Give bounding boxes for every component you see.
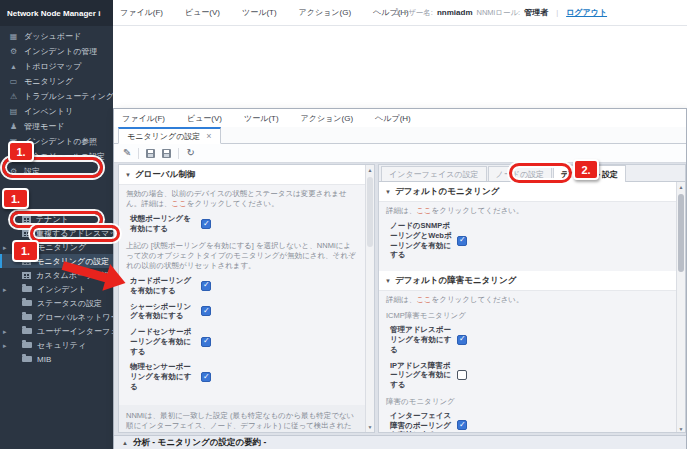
user-name: nnmiadm (437, 8, 473, 17)
annotation-step1-label: 1. (12, 240, 39, 262)
menu-file[interactable]: ファイル(F) (122, 113, 165, 124)
sidebar-item-troubleshooting[interactable]: トラブルシューティング (0, 89, 113, 104)
snmp-web-polling-checkbox[interactable] (457, 236, 467, 246)
menu-help[interactable]: ヘルプ(H) (375, 113, 411, 124)
menu-actions[interactable]: アクション(G) (299, 7, 352, 18)
logout-link[interactable]: ログアウト (566, 7, 607, 18)
here-link[interactable]: ここ (416, 206, 431, 215)
physical-sensor-polling-row: 物理センサーポーリングを有効にする (119, 359, 365, 394)
menu-view[interactable]: ビュー(V) (185, 7, 220, 18)
scroll-up-icon[interactable]: ▲ (366, 165, 374, 175)
interface-fault-polling-row: インターフェイス障害のポーリングを有効にする (379, 408, 676, 432)
dialog-menubar: ファイル(F) ビュー(V) ツール(T) アクション(G) ヘルプ(H) (114, 109, 686, 127)
save-and-close-icon[interactable] (162, 149, 171, 158)
menu-tools[interactable]: ツール(T) (244, 113, 279, 124)
section-global-control[interactable]: ▼ グローバル制御 (119, 165, 365, 185)
monitor-icon (8, 78, 19, 86)
sidebar-subitem-status-settings[interactable]: ステータスの設定 (0, 296, 113, 310)
collapse-triangle-icon[interactable]: ▼ (385, 189, 391, 195)
match-order-note: NNMiは、最初に一致した設定 (最も特定なものから最も特定でない順にインターフ… (119, 405, 365, 432)
scroll-down-icon[interactable]: ▼ (677, 424, 685, 433)
ip-address-fault-polling-row: IPアドレス障害ポーリングを有効にする (379, 358, 676, 393)
expander-icon[interactable] (3, 244, 10, 251)
folder-icon (22, 300, 32, 306)
annotation-box-default-settings-tab (509, 163, 572, 183)
annotation-box-monitoring-settings (30, 225, 120, 242)
collapse-triangle-icon[interactable]: ▼ (125, 172, 131, 178)
here-link[interactable]: ここ (171, 199, 186, 208)
folder-icon (22, 286, 32, 292)
sidebar-item-topology-map[interactable]: トポロジマップ (0, 59, 113, 74)
folder-icon (22, 328, 32, 334)
scroll-up-icon[interactable]: ▲ (677, 182, 685, 192)
card-polling-row: カードポーリングを有効にする (119, 273, 365, 299)
annotation-step1-label: 1. (2, 188, 29, 209)
role-value: 管理者 (524, 7, 548, 18)
state-polling-checkbox[interactable] (201, 219, 211, 229)
dialog-toolbar: ✎ ↻ (114, 144, 686, 163)
expander-icon[interactable] (3, 286, 10, 293)
card-polling-checkbox[interactable] (201, 281, 211, 291)
folder-icon (22, 342, 32, 348)
role-label: NNMiロール: (477, 8, 521, 18)
section-default-monitoring[interactable]: ▼ デフォルトのモニタリング (379, 182, 676, 202)
save-icon[interactable] (146, 149, 155, 158)
expander-icon[interactable] (3, 328, 10, 335)
inventory-icon (8, 108, 19, 116)
chassis-polling-checkbox[interactable] (201, 306, 211, 316)
settings-tabs-panel: インターフェイスの設定 ノードの設定 デフォルト設定 ▼ デフォルトのモニタリン… (378, 164, 686, 433)
sidebar-item-dashboard[interactable]: ダッシュボード (0, 29, 113, 44)
menu-actions[interactable]: アクション(G) (301, 113, 354, 124)
right-scrollbar[interactable]: ▲ ▼ (676, 182, 685, 433)
dialog-tab-strip: モニタリングの設定 × (114, 127, 686, 144)
refresh-icon[interactable]: ↻ (186, 148, 194, 158)
fault-monitoring-label: 障害のモニタリング (379, 393, 676, 408)
physical-sensor-polling-checkbox[interactable] (201, 372, 211, 382)
collapse-up-icon[interactable]: ▲ (122, 440, 128, 446)
tab-interface-settings[interactable]: インターフェイスの設定 (381, 166, 487, 181)
person-icon (8, 123, 19, 131)
dashboard-icon (8, 33, 19, 41)
sidebar-item-management-mode[interactable]: 管理モード (0, 119, 113, 134)
node-sensor-polling-checkbox[interactable] (201, 337, 211, 347)
main-menubar: ファイル(F) ビュー(V) ツール(T) アクション(G) ヘルプ(H) (120, 0, 409, 25)
sidebar-item-monitoring[interactable]: モニタリング (0, 74, 113, 89)
user-area: ユーザー名: nnmiadm NNMiロール: 管理者 | ログアウト (393, 0, 607, 25)
scrollbar-thumb[interactable] (678, 194, 684, 272)
global-control-panel: ▼ グローバル制御 無効の場合、以前のデバイスの状態とステータスは変更されません… (118, 164, 375, 433)
ip-address-fault-polling-checkbox[interactable] (457, 370, 467, 380)
here-link[interactable]: ここ (416, 295, 431, 304)
sidebar-subitem-security[interactable]: セキュリティ (0, 338, 113, 352)
user-label: ユーザー名: (393, 8, 433, 18)
state-polling-warning: 上記の [状態ポーリングを有効にする] を選択しないと、NNMiによって次のオブ… (119, 237, 365, 273)
chassis-polling-row: シャーシポーリングを有効にする (119, 299, 365, 325)
scroll-down-icon[interactable]: ▼ (366, 422, 374, 432)
state-polling-row: 状態ポーリングを有効にする (119, 211, 365, 237)
wrench-icon (8, 48, 19, 56)
scrollbar-thumb[interactable] (367, 177, 373, 247)
annotation-step2-label: 2. (573, 159, 599, 180)
analysis-bar[interactable]: ▲ 分析 - モニタリングの設定の要約 - (114, 435, 686, 449)
left-scrollbar[interactable]: ▲ ▼ (365, 165, 374, 432)
snmp-web-polling-row: ノードのSNMPポーリングとWebポーリングを有効にする (379, 218, 676, 263)
node-sensor-polling-row: ノードセンサーポーリングを有効にする (119, 324, 365, 359)
menu-view[interactable]: ビュー(V) (187, 113, 222, 124)
management-address-polling-checkbox[interactable] (457, 335, 467, 345)
sidebar-subitem-mib[interactable]: MIB (0, 352, 113, 366)
sidebar-item-inventory[interactable]: インベントリ (0, 104, 113, 119)
sidebar-subitem-global-network[interactable]: グローバルネットワーク (0, 310, 113, 324)
annotation-step1-label: 1. (8, 141, 34, 162)
folder-icon (22, 314, 32, 320)
edit-icon[interactable]: ✎ (123, 148, 131, 158)
sidebar-item-incident-management[interactable]: インシデントの管理 (0, 44, 113, 59)
menu-file[interactable]: ファイル(F) (120, 7, 163, 18)
interface-fault-polling-checkbox[interactable] (457, 420, 467, 430)
fault-monitoring-detail: 詳細は、ここをクリックしてください。 (379, 291, 676, 307)
expander-icon[interactable] (3, 342, 10, 349)
collapse-triangle-icon[interactable]: ▼ (385, 278, 391, 284)
sidebar-subitem-user-interface[interactable]: ユーザーインターフェイ (0, 324, 113, 338)
tab-monitoring-settings[interactable]: モニタリングの設定 × (118, 127, 221, 144)
section-default-fault-monitoring[interactable]: ▼ デフォルトの障害モニタリング (379, 271, 676, 291)
menu-tools[interactable]: ツール(T) (242, 7, 277, 18)
close-icon[interactable]: × (206, 132, 211, 141)
